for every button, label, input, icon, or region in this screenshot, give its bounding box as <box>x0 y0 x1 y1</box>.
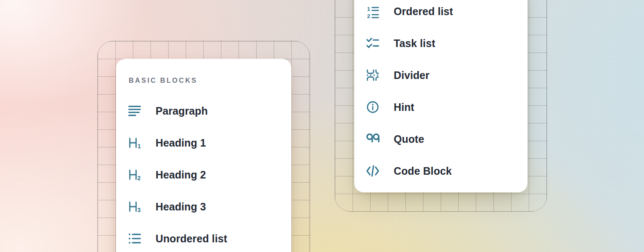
svg-text:2: 2 <box>137 175 140 181</box>
menu-item-task-list[interactable]: Task list <box>354 27 527 59</box>
block-menu-list-extra: 1 2Ordered list Task list Divider Hint Q… <box>354 0 527 187</box>
menu-item-label: Heading 1 <box>156 137 206 149</box>
menu-item-divider[interactable]: Divider <box>354 59 527 91</box>
menu-item-label: Paragraph <box>156 105 208 117</box>
svg-text:3: 3 <box>137 207 140 213</box>
section-label-basic-blocks: BASIC BLOCKS <box>129 76 291 85</box>
svg-text:1: 1 <box>367 6 371 12</box>
background: BASIC BLOCKS Paragraph 1Heading 1 2Headi… <box>0 0 644 252</box>
menu-item-label: Quote <box>394 133 424 145</box>
heading-3-icon: 3 <box>127 200 142 214</box>
menu-item-label: Unordered list <box>156 233 227 245</box>
menu-item-label: Hint <box>394 101 414 113</box>
menu-item-label: Divider <box>394 69 429 81</box>
menu-item-paragraph[interactable]: Paragraph <box>116 95 291 127</box>
menu-item-label: Code Block <box>394 165 452 177</box>
block-menu-list-basic: Paragraph 1Heading 1 2Heading 2 3Heading… <box>116 95 291 252</box>
svg-text:1: 1 <box>138 143 141 150</box>
menu-item-ordered-list[interactable]: 1 2Ordered list <box>354 0 527 27</box>
quote-icon <box>366 132 380 146</box>
divider-icon <box>366 68 380 82</box>
block-menu-card-extra: 1 2Ordered list Task list Divider Hint Q… <box>354 0 527 192</box>
menu-item-heading-2[interactable]: 2Heading 2 <box>116 159 291 191</box>
paragraph-icon <box>127 104 142 118</box>
unordered-list-icon <box>127 231 142 246</box>
code-block-icon <box>366 164 380 178</box>
menu-item-unordered-list[interactable]: Unordered list <box>116 223 291 252</box>
ordered-list-icon: 1 2 <box>366 4 380 18</box>
block-menu-card-basic: BASIC BLOCKS Paragraph 1Heading 1 2Headi… <box>116 59 291 252</box>
heading-2-icon: 2 <box>127 168 142 182</box>
menu-item-label: Heading 3 <box>156 201 206 213</box>
menu-item-code-block[interactable]: Code Block <box>354 155 527 187</box>
menu-item-heading-1[interactable]: 1Heading 1 <box>116 127 291 159</box>
menu-item-label: Task list <box>394 37 435 50</box>
svg-text:2: 2 <box>367 13 370 18</box>
menu-item-hint[interactable]: Hint <box>354 91 527 123</box>
task-list-icon <box>366 36 380 50</box>
menu-item-label: Ordered list <box>394 5 453 18</box>
menu-item-label: Heading 2 <box>156 169 206 181</box>
menu-item-heading-3[interactable]: 3Heading 3 <box>116 191 291 223</box>
menu-item-quote[interactable]: Quote <box>354 123 527 155</box>
hint-icon <box>366 100 380 114</box>
heading-1-icon: 1 <box>127 136 142 150</box>
